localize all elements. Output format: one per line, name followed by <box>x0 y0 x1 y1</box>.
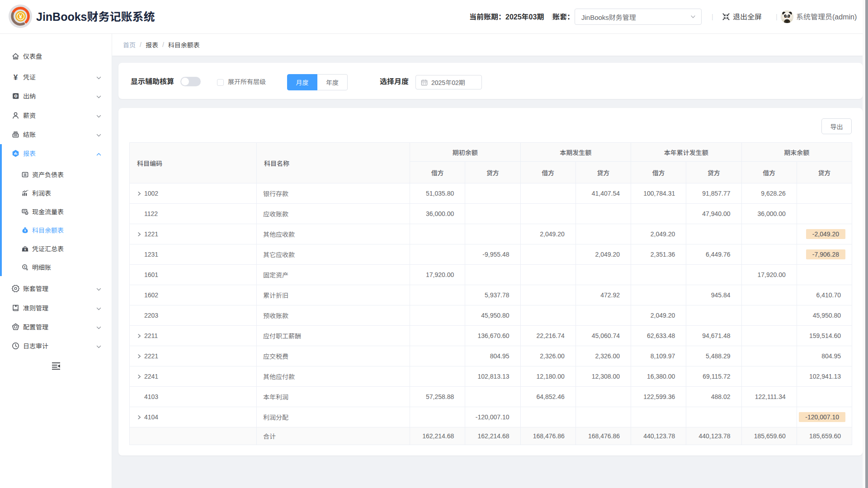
svg-text:¥: ¥ <box>24 265 26 268</box>
svg-text:¥: ¥ <box>14 73 18 81</box>
svg-text:¥: ¥ <box>24 248 26 251</box>
svg-text:¥: ¥ <box>24 229 26 232</box>
svg-text:¥: ¥ <box>26 211 27 214</box>
svg-text:¥: ¥ <box>15 94 17 97</box>
